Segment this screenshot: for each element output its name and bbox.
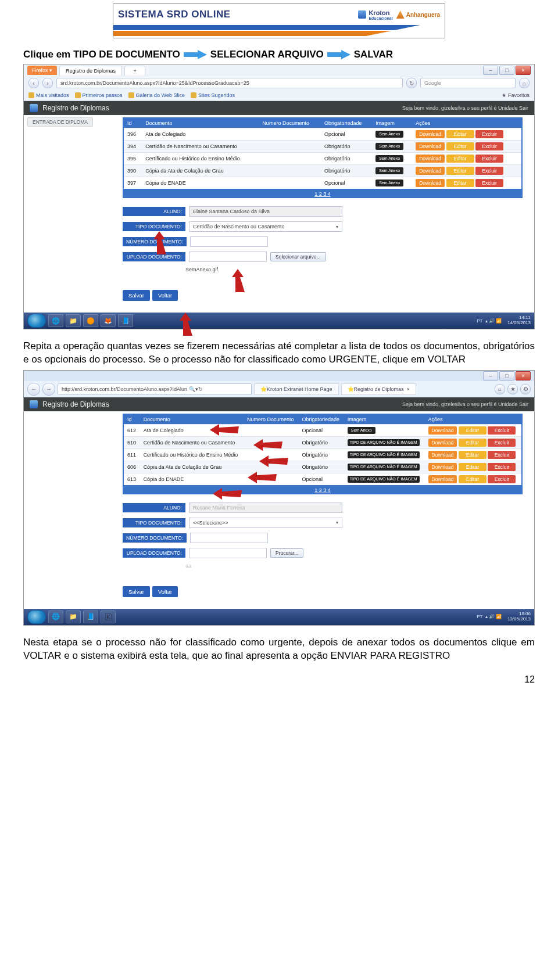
edit-button[interactable]: Editar (446, 130, 474, 138)
nav-back-button[interactable]: ‹ (28, 78, 39, 88)
download-button[interactable]: Download (428, 463, 457, 471)
edit-button[interactable]: Editar (459, 451, 487, 459)
file-path-input[interactable] (189, 548, 267, 558)
edit-button[interactable]: Editar (446, 179, 474, 187)
pager[interactable]: 1 2 3 4 (123, 190, 523, 198)
edit-button[interactable]: Editar (459, 475, 487, 483)
systray[interactable]: PT ▴ 🔊 📶 (477, 614, 502, 619)
window-min-icon[interactable]: – (483, 371, 498, 380)
label-num-doc: NÚMERO DOCUMENTO: (123, 533, 187, 543)
image-status-badge: Sem Anexo (375, 131, 403, 137)
taskbar-icon[interactable]: 📘 (83, 611, 98, 623)
pager[interactable]: 1 2 3 4 (123, 486, 523, 494)
address-bar[interactable]: http://srd.kroton.com.br/DocumentoAluno.… (58, 383, 252, 395)
browser-tab-active[interactable]: ⭐ Registro de Diplomas × (341, 383, 416, 395)
window-close-icon[interactable]: × (516, 371, 531, 380)
start-button[interactable] (27, 610, 46, 624)
voltar-button[interactable]: Voltar (152, 290, 178, 301)
nav-fwd-button[interactable]: › (42, 78, 53, 88)
taskbar-icon[interactable]: 🟠 (83, 314, 98, 327)
image-status-badge: Sem Anexo (375, 143, 403, 149)
nav-fwd-button[interactable]: → (42, 383, 55, 396)
delete-button[interactable]: Excluir (488, 475, 516, 483)
paragraph-2: Nesta etapa se o processo não for classi… (23, 636, 535, 663)
home-button[interactable]: ⌂ (495, 384, 505, 394)
file-path-input[interactable] (189, 252, 267, 262)
download-button[interactable]: Download (416, 155, 445, 163)
bookmark-item[interactable]: Galeria do Web Slice (128, 92, 185, 98)
firefox-menu-button[interactable]: Firefox ▾ (27, 66, 57, 75)
search-box[interactable]: Google (420, 78, 516, 88)
delete-button[interactable]: Excluir (475, 130, 503, 138)
taskbar-icon[interactable]: 📁 (66, 611, 81, 623)
edit-button[interactable]: Editar (459, 439, 487, 447)
window-min-icon[interactable]: – (483, 66, 498, 75)
upload-form: ALUNO:Rosane Maria Ferreira TIPO DOCUMEN… (123, 502, 523, 603)
delete-button[interactable]: Excluir (475, 179, 503, 187)
home-button[interactable]: ⌂ (519, 78, 530, 88)
bookmark-item[interactable]: Sites Sugeridos (191, 92, 235, 98)
bookmark-item[interactable]: Mais visitados (28, 92, 69, 98)
sidebar-item-entrada-diploma[interactable]: ENTRADA DE DIPLOMA (27, 117, 93, 127)
procurar-button[interactable]: Procurar... (270, 548, 303, 558)
download-button[interactable]: Download (428, 451, 457, 459)
start-button[interactable] (27, 314, 46, 328)
taskbar-icon[interactable]: 📁 (66, 314, 81, 327)
edit-button[interactable]: Editar (446, 142, 474, 150)
download-button[interactable]: Download (416, 130, 445, 138)
tipo-documento-select[interactable]: <<Selecione>> (189, 518, 342, 528)
new-tab-button[interactable]: + (124, 66, 145, 76)
edit-button[interactable]: Editar (459, 426, 487, 435)
window-max-icon[interactable]: □ (499, 66, 514, 75)
delete-button[interactable]: Excluir (475, 167, 503, 175)
salvar-button[interactable]: Salvar (123, 290, 150, 301)
download-button[interactable]: Download (416, 167, 445, 175)
browser-tab[interactable]: Registro de Diplomas (59, 66, 122, 76)
upload-filename: SemAnexo.gif (123, 267, 523, 272)
download-button[interactable]: Download (428, 475, 457, 483)
systray[interactable]: PT ▴ 🔊 📶 (477, 318, 502, 324)
upload-note: aa (123, 563, 523, 569)
salvar-button[interactable]: Salvar (123, 586, 150, 597)
delete-button[interactable]: Excluir (475, 155, 503, 163)
download-button[interactable]: Download (428, 439, 457, 447)
taskbar-icon[interactable]: 🦊 (101, 314, 116, 327)
selecionar-arquivo-button[interactable]: Selecionar arquivo... (270, 252, 326, 261)
numero-documento-input[interactable] (190, 236, 268, 247)
taskbar-icon[interactable]: 📘 (118, 314, 133, 327)
edit-button[interactable]: Editar (446, 155, 474, 163)
reload-button[interactable]: ↻ (406, 78, 417, 88)
edit-button[interactable]: Editar (446, 167, 474, 175)
window-close-icon[interactable]: × (516, 66, 531, 75)
tools-button[interactable]: ⚙ (520, 384, 531, 394)
table-row: 610Certidão de Nascimento ou CasamentoOb… (123, 436, 522, 448)
delete-button[interactable]: Excluir (488, 426, 516, 435)
window-max-icon[interactable]: □ (499, 371, 514, 380)
edit-button[interactable]: Editar (459, 463, 487, 471)
numero-documento-input[interactable] (190, 533, 268, 543)
delete-button[interactable]: Excluir (475, 142, 503, 150)
delete-button[interactable]: Excluir (488, 463, 516, 471)
documents-table: IdDocumentoNumero DocumentoObrigatorieda… (123, 414, 523, 486)
documents-table: Id Documento Numero Documento Obrigatori… (123, 117, 523, 190)
bookmark-item[interactable]: Primeiros passos (75, 92, 123, 98)
col-ac: Ações (412, 118, 522, 128)
voltar-button[interactable]: Voltar (152, 586, 178, 597)
address-bar[interactable]: srd.kroton.com.br/DocumentoAluno.aspx?Id… (56, 78, 403, 88)
annotation-arrow-icon (248, 472, 277, 483)
download-button[interactable]: Download (416, 179, 445, 187)
browser-tab[interactable]: ⭐ Kroton Extranet Home Page (254, 383, 339, 395)
download-button[interactable]: Download (428, 426, 457, 435)
taskbar-icon[interactable]: 🇰 (101, 611, 116, 623)
tipo-documento-select[interactable]: Certidão de Nascimento ou Casamento (189, 221, 342, 232)
taskbar-icon[interactable]: 🌐 (48, 611, 63, 623)
clock: 18:0613/05/2013 (507, 612, 531, 622)
svg-marker-6 (253, 439, 282, 451)
nav-back-button[interactable]: ← (27, 383, 40, 396)
table-row: 613Cópia do ENADEOpcionalTIPO DE ARQUIVO… (123, 473, 522, 486)
favorites-button[interactable]: ★ (507, 384, 518, 394)
download-button[interactable]: Download (416, 142, 445, 150)
taskbar-icon[interactable]: 🌐 (48, 314, 63, 327)
delete-button[interactable]: Excluir (488, 451, 516, 459)
delete-button[interactable]: Excluir (488, 439, 516, 447)
